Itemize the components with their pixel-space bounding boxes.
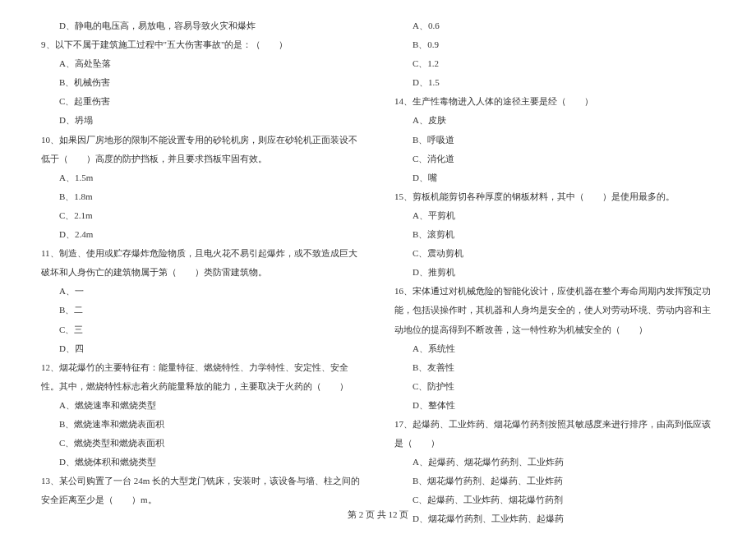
question-text: 13、某公司购置了一台 24m 长的大型龙门铣床，安装时，该设备与墙、柱之间的安… <box>41 472 362 509</box>
option-text: C、消化道 <box>394 150 715 168</box>
option-text: B、0.9 <box>394 35 715 54</box>
option-text: B、滚剪机 <box>394 225 715 244</box>
option-text: D、静电的电压高，易放电，容易导致火灾和爆炸 <box>41 16 362 35</box>
option-text: A、平剪机 <box>394 206 715 225</box>
question-text: 14、生产性毒物进入人体的途径主要是经（ ） <box>394 92 715 111</box>
question-text: 11、制造、使用或贮存爆炸危险物质，且电火花不易引起爆炸，或不致造成巨大破坏和人… <box>41 244 362 282</box>
option-text: C、2.1m <box>41 206 362 225</box>
option-text: C、起重伤害 <box>41 92 362 111</box>
left-column: D、静电的电压高，易放电，容易导致火灾和爆炸 9、以下不属于建筑施工过程中"五大… <box>41 16 362 529</box>
option-text: A、起爆药、烟花爆竹药剂、工业炸药 <box>394 453 715 472</box>
question-text: 17、起爆药、工业炸药、烟花爆竹药剂按照其敏感度来进行排序，由高到低应该是（ ） <box>394 415 715 453</box>
option-text: D、整体性 <box>394 396 715 415</box>
option-text: C、震动剪机 <box>394 244 715 263</box>
option-text: B、烟花爆竹药剂、起爆药、工业炸药 <box>394 472 715 490</box>
option-text: A、燃烧速率和燃烧类型 <box>41 396 362 415</box>
option-text: D、坍塌 <box>41 111 362 130</box>
page-footer: 第 2 页 共 12 页 <box>0 505 756 524</box>
option-text: B、呼吸道 <box>394 131 715 150</box>
question-text: 16、宋体通过对机械危险的智能化设计，应使机器在整个寿命周期内发挥预定功能，包括… <box>394 282 715 338</box>
option-text: B、燃烧速率和燃烧表面积 <box>41 415 362 434</box>
option-text: B、1.8m <box>41 187 362 206</box>
option-text: C、1.2 <box>394 54 715 73</box>
option-text: A、高处坠落 <box>41 54 362 73</box>
question-text: 10、如果因厂房地形的限制不能设置专用的砂轮机房，则应在砂轮机正面装设不低于（ … <box>41 131 362 168</box>
option-text: B、友善性 <box>394 358 715 377</box>
question-text: 9、以下不属于建筑施工过程中"五大伤害事故"的是：（ ） <box>41 35 362 54</box>
option-text: D、四 <box>41 339 362 358</box>
right-column: A、0.6 B、0.9 C、1.2 D、1.5 14、生产性毒物进入人体的途径主… <box>394 16 715 529</box>
option-text: D、推剪机 <box>394 263 715 282</box>
option-text: B、二 <box>41 301 362 320</box>
option-text: C、三 <box>41 320 362 339</box>
option-text: C、燃烧类型和燃烧表面积 <box>41 434 362 453</box>
option-text: A、系统性 <box>394 339 715 358</box>
document-content: D、静电的电压高，易放电，容易导致火灾和爆炸 9、以下不属于建筑施工过程中"五大… <box>41 16 715 529</box>
option-text: A、一 <box>41 282 362 301</box>
option-text: D、1.5 <box>394 73 715 92</box>
option-text: D、2.4m <box>41 225 362 244</box>
question-text: 15、剪板机能剪切各种厚度的钢板材料，其中（ ）是使用最多的。 <box>394 187 715 206</box>
option-text: D、嘴 <box>394 168 715 187</box>
option-text: C、防护性 <box>394 377 715 396</box>
option-text: D、燃烧体积和燃烧类型 <box>41 453 362 472</box>
option-text: B、机械伤害 <box>41 73 362 92</box>
option-text: A、皮肤 <box>394 111 715 130</box>
option-text: A、1.5m <box>41 168 362 187</box>
option-text: A、0.6 <box>394 16 715 35</box>
question-text: 12、烟花爆竹的主要特征有：能量特征、燃烧特性、力学特性、安定性、安全性。其中，… <box>41 358 362 396</box>
